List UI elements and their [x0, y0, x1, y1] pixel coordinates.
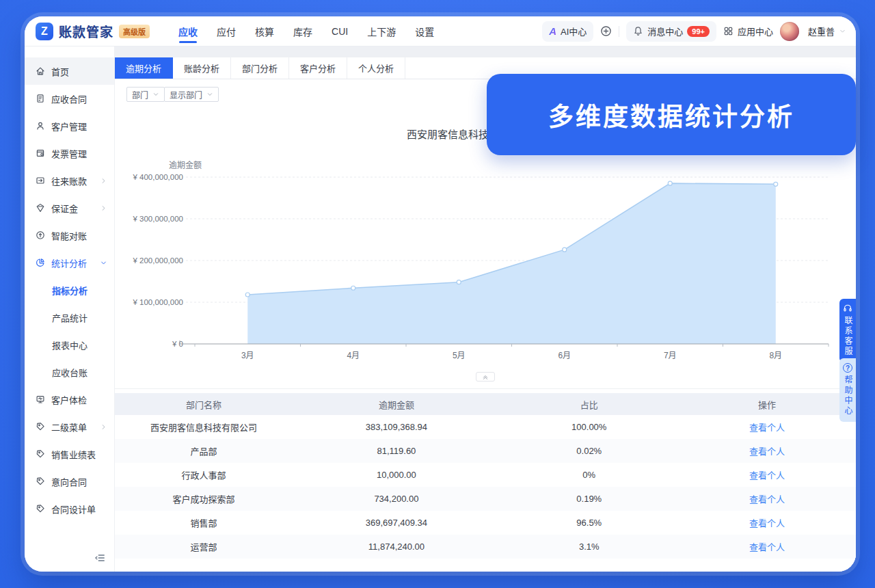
tab-overdue-analysis[interactable]: 逾期分析 — [115, 57, 173, 79]
table-row: 西安朋客信息科技有限公司 383,109,368.94 100.00% 查看个人 — [115, 415, 856, 439]
sidebar-item-smart-reconciliation[interactable]: 智能对账 — [25, 222, 114, 249]
user-menu[interactable]: 赵重普 — [780, 22, 846, 41]
view-individual-link[interactable]: 查看个人 — [678, 444, 856, 457]
ai-center-button[interactable]: A AI中心 — [542, 21, 593, 42]
tab-department-analysis[interactable]: 部门分析 — [231, 57, 289, 79]
app-center-button[interactable]: 应用中心 — [723, 25, 773, 38]
show-department-select[interactable]: 显示部门 — [164, 87, 219, 102]
sidebar-item-current-accounts[interactable]: 往来账款 — [25, 167, 114, 194]
nav-supply-chain[interactable]: 上下游 — [367, 16, 396, 46]
deposit-icon — [36, 203, 45, 213]
nav-settings[interactable]: 设置 — [415, 16, 434, 46]
add-button[interactable] — [600, 25, 612, 37]
sidebar-item-receivable-contract[interactable]: 应收合同 — [25, 85, 114, 112]
cell-amount: 11,874,240.00 — [293, 542, 500, 552]
app-title: 账款管家 — [59, 22, 113, 40]
chevron-down-icon — [152, 91, 159, 98]
nav-cui[interactable]: CUI — [332, 16, 348, 46]
tag-icon — [36, 449, 45, 459]
chart-title: 西安朋客信息科技有 — [407, 126, 499, 141]
cell-department: 客户成功探索部 — [115, 492, 293, 505]
overdue-area-chart[interactable]: 逾期金额¥ 400,000,000¥ 300,000,000¥ 200,000,… — [122, 157, 846, 369]
sidebar-collapse-button[interactable] — [94, 552, 106, 563]
department-select[interactable]: 部门 — [126, 87, 165, 102]
chevron-right-icon — [100, 204, 107, 212]
customer-icon — [36, 121, 45, 131]
home-icon — [36, 66, 45, 76]
tab-aging-analysis[interactable]: 账龄分析 — [173, 57, 231, 79]
svg-text:7月: 7月 — [664, 351, 677, 360]
sidebar-item-contract-design[interactable]: 合同设计单 — [25, 495, 114, 522]
show-department-select-value: 显示部门 — [170, 89, 202, 101]
sidebar-item-secondary-menu[interactable]: 二级菜单 — [25, 413, 114, 440]
chart-collapse-button[interactable] — [476, 372, 495, 382]
table-row: 行政人事部 10,000.00 0% 查看个人 — [115, 463, 856, 487]
sidebar-item-label: 二级菜单 — [51, 420, 94, 433]
view-individual-link[interactable]: 查看个人 — [678, 540, 856, 553]
sidebar-subitem-receivable-ledger[interactable]: 应收台账 — [25, 358, 114, 386]
cell-amount: 81,119.60 — [293, 446, 500, 456]
sidebar-item-label: 客户管理 — [51, 120, 107, 133]
table-header-row: 部门名称 逾期金额 占比 操作 — [115, 393, 856, 415]
grid-icon — [723, 26, 733, 36]
view-individual-link[interactable]: 查看个人 — [678, 468, 856, 481]
section-divider — [115, 388, 856, 389]
view-individual-link[interactable]: 查看个人 — [678, 492, 856, 505]
cell-amount: 383,109,368.94 — [293, 422, 500, 432]
sidebar-subitem-product-statistics[interactable]: 产品统计 — [25, 304, 114, 331]
chevron-down-icon — [839, 27, 846, 35]
sidebar-item-invoice-management[interactable]: 发票管理 — [25, 139, 114, 167]
help-center-button[interactable]: ? 帮助中心 — [839, 358, 856, 422]
app-logo-icon[interactable]: Z — [36, 23, 53, 40]
sidebar-item-label: 应收合同 — [51, 92, 107, 105]
health-check-icon — [36, 395, 45, 404]
header-divider — [619, 26, 619, 37]
premium-badge: 高级版 — [119, 25, 150, 38]
sidebar-item-deposit[interactable]: 保证金 — [25, 194, 114, 222]
table-row: 客户成功探索部 734,200.00 0.19% 查看个人 — [115, 487, 856, 511]
svg-text:8月: 8月 — [769, 351, 782, 360]
view-individual-link[interactable]: 查看个人 — [678, 420, 856, 433]
sidebar-subitem-report-center[interactable]: 报表中心 — [25, 331, 114, 358]
sidebar-item-label: 销售业绩表 — [51, 448, 107, 461]
nav-inventory[interactable]: 库存 — [293, 16, 312, 46]
svg-text:¥ 300,000,000: ¥ 300,000,000 — [132, 215, 183, 223]
nav-receivable[interactable]: 应收 — [178, 16, 198, 46]
help-center-label: 帮助中心 — [844, 375, 852, 416]
sidebar-item-homepage[interactable]: 首页 — [25, 57, 114, 85]
sidebar-item-customer-management[interactable]: 客户管理 — [25, 112, 114, 139]
svg-text:¥ 400,000,000: ¥ 400,000,000 — [132, 173, 183, 181]
cell-proportion: 96.5% — [500, 518, 678, 528]
cell-department: 产品部 — [115, 444, 293, 457]
sidebar-item-customer-checkup[interactable]: 客户体检 — [25, 386, 114, 413]
sidebar-subitem-indicator-analysis[interactable]: 指标分析 — [25, 276, 114, 304]
sidebar-item-statistics-analysis[interactable]: 统计分析 — [25, 249, 114, 276]
nav-accounting[interactable]: 核算 — [255, 16, 274, 46]
tab-personal-analysis[interactable]: 个人分析 — [347, 57, 405, 79]
header-right-cluster: A AI中心 消息中心 99+ 应用中心 赵重普 — [542, 21, 846, 42]
tab-customer-analysis[interactable]: 客户分析 — [289, 57, 347, 79]
svg-text:5月: 5月 — [453, 351, 466, 360]
sidebar-item-sales-performance[interactable]: 销售业绩表 — [25, 440, 114, 468]
cell-department: 行政人事部 — [115, 468, 293, 481]
cell-amount: 734,200.00 — [293, 494, 500, 504]
user-name: 赵重普 — [808, 25, 835, 38]
pie-chart-icon — [36, 258, 45, 267]
col-proportion: 占比 — [500, 398, 678, 411]
contact-support-button[interactable]: 联系客服 — [839, 299, 856, 362]
tag-icon — [36, 422, 45, 431]
ai-logo-icon: A — [549, 25, 556, 37]
app-center-label: 应用中心 — [738, 25, 773, 38]
sidebar-item-intent-contract[interactable]: 意向合同 — [25, 468, 114, 495]
chevron-right-icon — [100, 423, 107, 431]
col-overdue-amount: 逾期金额 — [293, 398, 500, 411]
nav-payable[interactable]: 应付 — [217, 16, 236, 46]
promo-banner: 多维度数据统计分析 — [487, 74, 856, 155]
headphones-icon — [843, 304, 852, 313]
accounts-icon — [36, 176, 45, 185]
message-center-button[interactable]: 消息中心 99+ — [626, 21, 716, 42]
promo-banner-text: 多维度数据统计分析 — [548, 96, 794, 133]
view-individual-link[interactable]: 查看个人 — [678, 516, 856, 529]
cell-department: 西安朋客信息科技有限公司 — [115, 420, 293, 433]
svg-text:3月: 3月 — [241, 351, 254, 360]
